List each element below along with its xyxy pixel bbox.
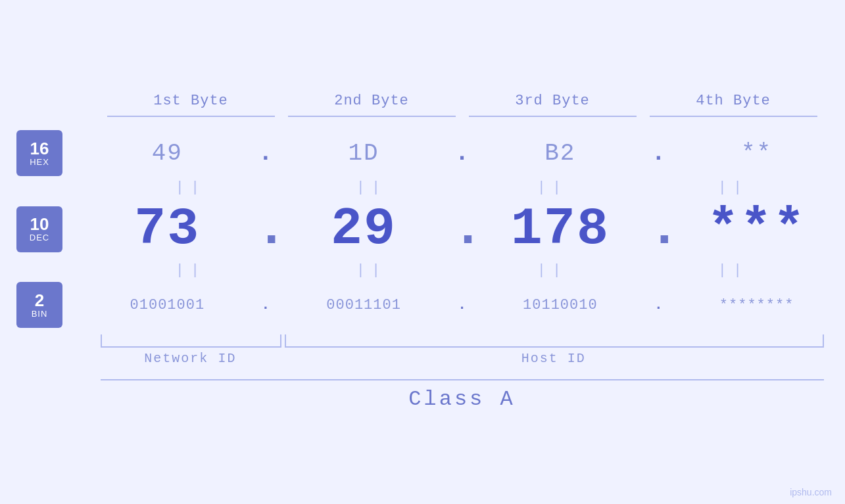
byte-headers: 1st Byte 2nd Byte 3rd Byte 4th Byte — [101, 93, 824, 109]
eq1-b4: || — [643, 179, 824, 196]
bin-badge: 2 BIN — [16, 282, 62, 328]
bottom-brackets — [101, 334, 824, 348]
dec-dot1: . — [256, 199, 276, 259]
bin-b1: 01001001 — [79, 297, 256, 313]
eq1-b2: || — [281, 179, 462, 196]
hex-base-name: HEX — [30, 157, 49, 167]
dec-base-num: 10 — [30, 216, 49, 233]
bin-dot1: . — [256, 297, 276, 313]
host-bracket — [285, 334, 823, 348]
class-label: Class A — [101, 387, 824, 411]
bracket3 — [469, 116, 637, 117]
eq1-b1: || — [101, 179, 281, 196]
bottom-labels: Network ID Host ID — [101, 351, 824, 366]
eq2-b4: || — [643, 262, 824, 279]
byte4-header: 4th Byte — [643, 93, 824, 109]
dec-dot3: . — [648, 199, 668, 259]
host-id-label: Host ID — [283, 351, 823, 366]
dec-badge: 10 DEC — [16, 206, 62, 252]
dec-label-area: 10 DEC — [0, 206, 79, 252]
bracket4 — [650, 116, 817, 117]
eq2-b3: || — [462, 262, 643, 279]
dec-b3: 178 — [472, 199, 649, 259]
bracket2 — [288, 116, 456, 117]
hex-b3: B2 — [472, 140, 649, 167]
equals-row-1: || || || || — [101, 179, 824, 196]
bin-dot3: . — [648, 297, 668, 313]
equals-row-2: || || || || — [101, 262, 824, 279]
dec-base-name: DEC — [30, 233, 49, 242]
eq1-b3: || — [462, 179, 643, 196]
network-id-label: Network ID — [101, 351, 281, 366]
main-container: 1st Byte 2nd Byte 3rd Byte 4th Byte 16 H… — [0, 0, 845, 504]
bin-base-num: 2 — [35, 292, 44, 309]
class-bracket-line — [101, 379, 824, 380]
hex-b1: 49 — [79, 140, 256, 167]
bracket1 — [107, 116, 275, 117]
hex-dot3: . — [648, 140, 668, 167]
bin-values: 01001001 . 00011101 . 10110010 . *******… — [79, 297, 845, 313]
eq2-b2: || — [281, 262, 462, 279]
dec-b4: *** — [668, 199, 845, 259]
eq2-b1: || — [101, 262, 281, 279]
bin-b3: 10110010 — [472, 297, 649, 313]
bin-b4: ******** — [668, 297, 845, 313]
bin-base-name: BIN — [32, 309, 48, 319]
byte3-header: 3rd Byte — [462, 93, 643, 109]
bin-b2: 00011101 — [276, 297, 452, 313]
dec-dot2: . — [452, 199, 472, 259]
bin-row: 2 BIN 01001001 . 00011101 . 10110010 . *… — [0, 282, 845, 328]
class-section: Class A — [101, 379, 824, 411]
hex-base-num: 16 — [30, 140, 49, 157]
hex-label-area: 16 HEX — [0, 130, 79, 176]
dec-values: 73 . 29 . 178 . *** — [79, 199, 845, 259]
byte2-header: 2nd Byte — [281, 93, 462, 109]
hex-dot2: . — [452, 140, 472, 167]
hex-values: 49 . 1D . B2 . ** — [79, 140, 845, 167]
byte1-header: 1st Byte — [101, 93, 281, 109]
top-brackets — [101, 116, 824, 117]
bin-dot2: . — [452, 297, 472, 313]
network-bracket — [101, 334, 282, 348]
watermark: ipshu.com — [790, 487, 832, 497]
dec-row: 10 DEC 73 . 29 . 178 . *** — [0, 199, 845, 259]
hex-dot1: . — [256, 140, 276, 167]
dec-b2: 29 — [276, 199, 452, 259]
dec-b1: 73 — [79, 199, 256, 259]
hex-row: 16 HEX 49 . 1D . B2 . ** — [0, 130, 845, 176]
bottom-section: Network ID Host ID — [101, 334, 824, 366]
hex-badge: 16 HEX — [16, 130, 62, 176]
bin-label-area: 2 BIN — [0, 282, 79, 328]
hex-b4: ** — [668, 140, 845, 167]
hex-b2: 1D — [276, 140, 452, 167]
